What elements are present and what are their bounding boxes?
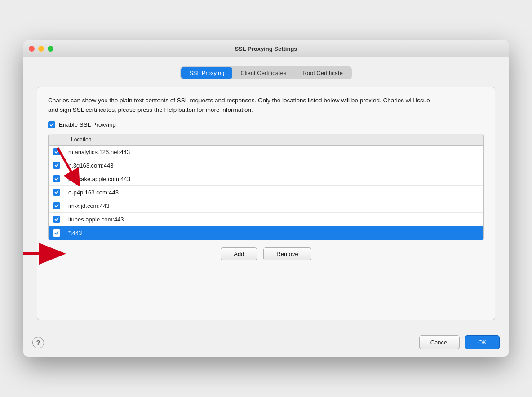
main-window: SSL Proxying Settings SSL Proxying Clien… <box>23 40 509 357</box>
annotation-arrow-right <box>23 243 66 265</box>
row-checkbox-7[interactable] <box>53 229 60 237</box>
location-column-header: Location <box>71 137 91 143</box>
row-checkbox-3[interactable] <box>53 175 60 182</box>
table-row[interactable]: pancake.apple.com:443 <box>49 172 483 186</box>
close-button[interactable] <box>29 46 35 52</box>
tab-bar: SSL Proxying Client Certificates Root Ce… <box>180 66 352 79</box>
row-checkbox-4[interactable] <box>53 189 60 196</box>
remove-button[interactable]: Remove <box>263 247 311 260</box>
tab-root-certificate[interactable]: Root Certificate <box>294 67 351 79</box>
description-text: Charles can show you the plain text cont… <box>48 96 434 115</box>
enable-ssl-row: Enable SSL Proxying <box>48 121 484 128</box>
table-row[interactable]: itunes.apple.com:443 <box>49 213 483 226</box>
enable-ssl-label: Enable SSL Proxying <box>59 121 116 128</box>
content-panel: Charles can show you the plain text cont… <box>37 87 495 320</box>
window-title: SSL Proxying Settings <box>235 45 297 52</box>
window-content: SSL Proxying Client Certificates Root Ce… <box>23 57 509 329</box>
row-checkbox-2[interactable] <box>53 162 60 169</box>
tab-client-certificates[interactable]: Client Certificates <box>232 67 294 79</box>
dialog-buttons: Cancel OK <box>419 335 500 349</box>
table-row[interactable]: n.3g163.com:443 <box>49 159 483 172</box>
row-checkbox-6[interactable] <box>53 216 60 223</box>
enable-ssl-checkbox[interactable] <box>48 121 55 128</box>
row-checkbox-1[interactable] <box>53 148 60 155</box>
add-remove-buttons-row: Add Remove <box>48 247 484 260</box>
help-button[interactable]: ? <box>32 337 44 348</box>
ok-button[interactable]: OK <box>465 335 500 349</box>
row-location-6: itunes.apple.com:443 <box>68 216 124 223</box>
table-row[interactable]: e-p4p.163.com:443 <box>49 186 483 199</box>
row-location-1: m.analytics.126.net:443 <box>68 149 130 155</box>
row-location-2: n.3g163.com:443 <box>68 162 113 169</box>
table-row[interactable]: m.analytics.126.net:443 <box>49 146 483 159</box>
add-button[interactable]: Add <box>221 247 257 260</box>
table-row-selected[interactable]: *:443 <box>49 226 483 240</box>
row-location-7: *:443 <box>68 229 82 236</box>
row-location-5: im-x.jd.com:443 <box>68 203 110 209</box>
window-controls <box>29 46 53 52</box>
bottom-bar: ? Cancel OK <box>23 329 509 357</box>
row-checkbox-5[interactable] <box>53 202 60 209</box>
ssl-locations-table: Location m.analytics.126.net:443 <box>48 134 484 240</box>
minimize-button[interactable] <box>38 46 44 52</box>
tab-ssl-proxying[interactable]: SSL Proxying <box>181 67 232 79</box>
table-row[interactable]: im-x.jd.com:443 <box>49 199 483 213</box>
tabs-container: SSL Proxying Client Certificates Root Ce… <box>37 66 495 79</box>
row-location-3: pancake.apple.com:443 <box>68 176 130 182</box>
titlebar: SSL Proxying Settings <box>23 40 509 57</box>
table-header: Location <box>49 134 483 146</box>
maximize-button[interactable] <box>48 46 53 52</box>
cancel-button[interactable]: Cancel <box>419 335 460 349</box>
row-location-4: e-p4p.163.com:443 <box>68 189 119 196</box>
